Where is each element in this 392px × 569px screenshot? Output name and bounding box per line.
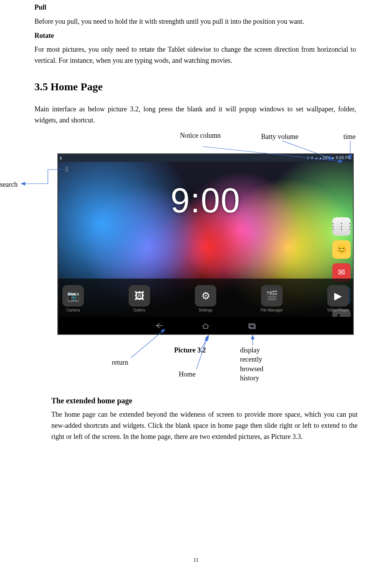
dock-app-video-player[interactable]: ▶Video Player	[323, 285, 353, 312]
callout-return: return	[112, 358, 128, 367]
figure-caption: Picture 3.2	[174, 346, 206, 355]
airplane-icon: ✈	[310, 156, 314, 160]
bluetooth-icon: ᛒ	[307, 156, 310, 160]
app-icon: ⚙	[195, 285, 216, 307]
signal-icon-2: ◢	[319, 156, 322, 160]
status-bar[interactable]: ▮ ᛒ ✈ ◢ ◢ 29% ▮ 9:00 PM	[58, 154, 353, 162]
app-icon: 🎬	[261, 285, 283, 307]
app-icon: ▶	[327, 285, 349, 307]
app-dock: 📷Camera🖼Gallery⚙Settings🎬File Manager▶Vi…	[58, 279, 353, 317]
status-time: 9:00 PM	[336, 156, 351, 160]
google-search-icon[interactable]: g	[65, 164, 74, 173]
recent-apps-button[interactable]	[244, 321, 259, 331]
app-icon: 📷	[62, 285, 84, 307]
extended-heading: The extended home page	[51, 396, 358, 405]
rotate-heading: Rotate	[34, 32, 54, 39]
home-button[interactable]	[198, 321, 213, 331]
callout-time: time	[343, 132, 356, 141]
page-number: 11	[0, 557, 392, 563]
callout-home: Home	[179, 370, 196, 379]
back-button[interactable]	[152, 321, 167, 331]
extended-body: The home page can be extended beyond the…	[51, 409, 358, 442]
clock-widget[interactable]: 9:00	[58, 181, 353, 220]
svg-rect-0	[249, 324, 254, 328]
svg-rect-1	[250, 324, 255, 328]
main-paragraph: Main interface as below picture 3.2, lon…	[34, 104, 356, 126]
app-label: Settings	[199, 308, 212, 312]
callout-recent: display recently browsed history	[240, 346, 271, 383]
app-label: Video Player	[327, 308, 349, 312]
side-app-0[interactable]: ⋮⋮⋮	[332, 217, 351, 236]
pull-heading: Pull	[34, 3, 46, 11]
rotate-body: For most pictures, you only need to reta…	[34, 44, 356, 66]
tablet-homescreen: ▮ ᛒ ✈ ◢ ◢ 29% ▮ 9:00 PM g 9:00 ⋮⋮⋮😊✉👥📞 📷…	[57, 153, 354, 335]
battery-percent: 29%	[323, 156, 331, 160]
callout-batty: Batty volume	[261, 132, 299, 141]
side-app-1[interactable]: 😊	[332, 240, 351, 259]
dock-app-gallery[interactable]: 🖼Gallery	[124, 285, 154, 312]
callout-notice: Notice column	[180, 131, 222, 140]
battery-icon: ▮	[332, 156, 335, 160]
dock-app-camera[interactable]: 📷Camera	[58, 285, 88, 312]
pull-body: Before you pull, you need to hold the it…	[34, 16, 356, 27]
callout-search: search	[0, 180, 18, 189]
app-label: Gallery	[133, 308, 145, 312]
section-heading: 3.5 Home Page	[34, 81, 356, 93]
app-icon: 🖼	[129, 285, 150, 307]
app-label: Camera	[66, 308, 80, 312]
navigation-bar	[58, 317, 353, 334]
dock-app-file-manager[interactable]: 🎬File Manager	[257, 285, 287, 312]
app-label: File Manager	[261, 308, 283, 312]
signal-icon: ◢	[315, 156, 318, 160]
dock-app-settings[interactable]: ⚙Settings	[191, 285, 220, 312]
